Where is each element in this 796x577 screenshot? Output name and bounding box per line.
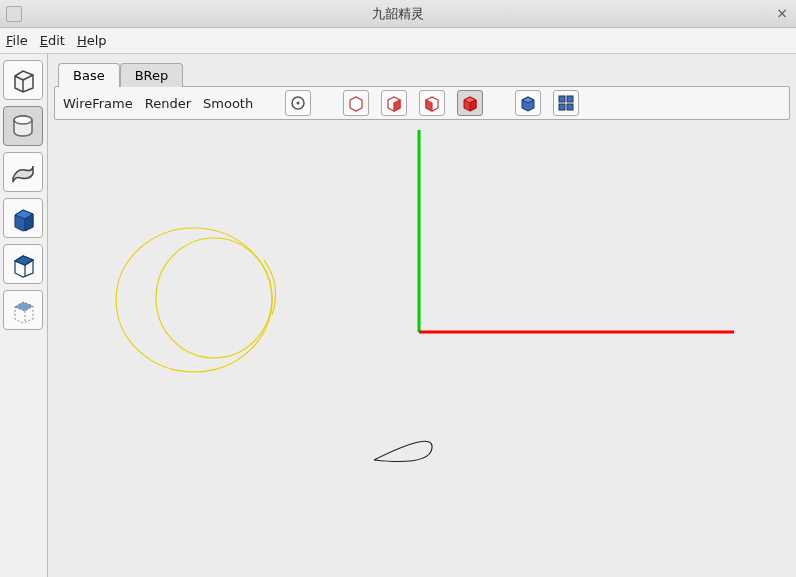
cylinder-icon[interactable]: [3, 106, 43, 146]
svg-marker-14: [15, 302, 33, 311]
svg-marker-11: [15, 256, 33, 265]
wire-cube-icon[interactable]: [3, 244, 43, 284]
black-curve: [374, 441, 432, 461]
window-title: 九韶精灵: [372, 5, 424, 23]
menu-bar: File Edit Help: [0, 28, 796, 54]
svg-rect-30: [567, 104, 573, 110]
svg-marker-17: [350, 97, 362, 111]
window-titlebar: 九韶精灵 ×: [0, 0, 796, 28]
svg-point-32: [156, 238, 272, 358]
target-icon[interactable]: [285, 90, 311, 116]
svg-point-5: [14, 116, 32, 124]
components-icon[interactable]: [553, 90, 579, 116]
yellow-wireframe: [116, 228, 276, 372]
toolbar-render[interactable]: Render: [145, 96, 191, 111]
toolbar-wireframe[interactable]: WireFrame: [63, 96, 133, 111]
sheet-icon[interactable]: [3, 152, 43, 192]
toolbar-smooth[interactable]: Smooth: [203, 96, 253, 111]
solid-cube-icon[interactable]: [3, 198, 43, 238]
cube-face-icon[interactable]: [419, 90, 445, 116]
window-menu-button[interactable]: [6, 6, 22, 22]
box-outline-icon[interactable]: [3, 60, 43, 100]
cube-outline-icon[interactable]: [343, 90, 369, 116]
svg-marker-0: [15, 71, 33, 92]
transparent-cube-icon[interactable]: [3, 290, 43, 330]
toolbar: WireFrame Render Smooth: [54, 86, 790, 120]
close-icon[interactable]: ×: [774, 6, 790, 22]
viewport[interactable]: [54, 120, 790, 571]
cube-iso-icon[interactable]: [515, 90, 541, 116]
svg-rect-29: [559, 104, 565, 110]
menu-file[interactable]: File: [6, 33, 28, 48]
cube-solid-icon[interactable]: [457, 90, 483, 116]
svg-rect-28: [567, 96, 573, 102]
tab-brep[interactable]: BRep: [120, 63, 184, 87]
left-toolbar: [0, 54, 48, 577]
tab-base[interactable]: Base: [58, 63, 120, 87]
menu-edit[interactable]: Edit: [40, 33, 65, 48]
svg-point-16: [297, 102, 300, 105]
cube-half-icon[interactable]: [381, 90, 407, 116]
menu-help[interactable]: Help: [77, 33, 107, 48]
tab-bar: Base BRep: [54, 60, 790, 86]
svg-rect-27: [559, 96, 565, 102]
